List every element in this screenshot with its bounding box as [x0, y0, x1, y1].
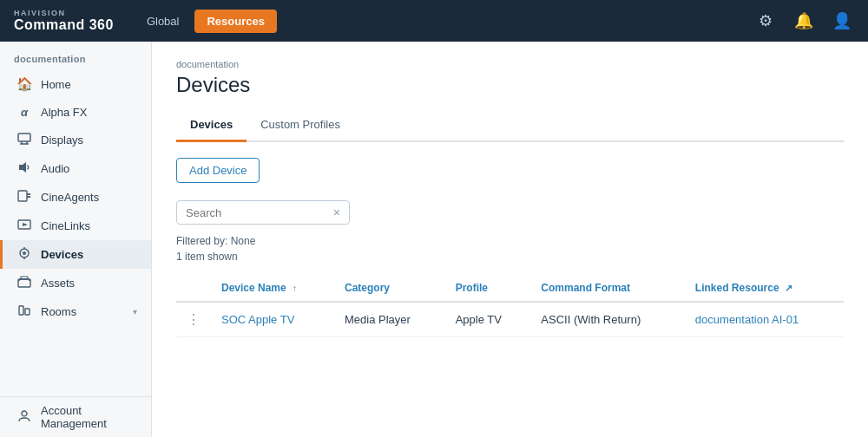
sidebar-item-alphafx[interactable]: α Alpha FX	[0, 99, 151, 126]
sidebar-item-assets[interactable]: Assets	[0, 269, 151, 297]
notifications-icon[interactable]: 🔔	[792, 9, 816, 33]
sidebar-item-label: Audio	[41, 162, 137, 175]
sidebar-item-label: Alpha FX	[41, 106, 137, 119]
sort-asc-icon: ↑	[293, 284, 297, 293]
linked-resource-label: documentation AI-01	[695, 313, 799, 326]
command-format-cell: ASCII (With Return)	[530, 302, 685, 337]
col-header-profile: Profile	[445, 275, 531, 302]
brand-logo: HAIVISION Command 360	[14, 9, 114, 33]
user-icon[interactable]: 👤	[830, 9, 854, 33]
audio-icon	[16, 161, 32, 176]
sidebar-item-label: Displays	[41, 134, 137, 147]
settings-icon[interactable]: ⚙	[753, 9, 778, 33]
add-device-label: Add Device	[189, 164, 247, 177]
col-header-command-format: Command Format	[530, 275, 685, 302]
top-navigation: HAIVISION Command 360 Global Resources ⚙…	[0, 0, 868, 42]
sidebar-item-label: Assets	[41, 277, 137, 290]
sidebar-item-displays[interactable]: Displays	[0, 126, 151, 154]
row-action-dots[interactable]: ⋮	[176, 302, 211, 337]
svg-marker-4	[19, 162, 26, 173]
sidebar-item-cineagents[interactable]: CineAgents	[0, 183, 151, 212]
sidebar: documentation 🏠 Home α Alpha FX Displays…	[0, 42, 152, 437]
items-count: 1 item shown	[176, 251, 844, 263]
sidebar-item-label: Account Management	[41, 404, 137, 430]
sidebar-item-home[interactable]: 🏠 Home	[0, 69, 151, 99]
search-input-wrap: ×	[176, 200, 350, 225]
svg-rect-7	[27, 196, 30, 198]
svg-rect-6	[27, 193, 30, 195]
breadcrumb: documentation	[176, 59, 844, 69]
sidebar-item-audio[interactable]: Audio	[0, 154, 151, 183]
sidebar-item-cinelinks[interactable]: CineLinks	[0, 212, 151, 240]
sidebar-item-label: CineAgents	[41, 191, 137, 204]
nav-resources[interactable]: Resources	[194, 10, 276, 33]
devices-table: Device Name ↑ Category Profile Command F…	[176, 275, 844, 337]
sidebar-item-account-management[interactable]: Account Management	[0, 397, 151, 437]
table-row: ⋮ SOC Apple TV Media Player Apple TV ASC…	[176, 302, 844, 337]
devices-icon	[16, 247, 32, 262]
linked-resource-cell: documentation AI-01	[685, 302, 844, 337]
assets-icon	[16, 276, 32, 290]
category-cell: Media Player	[334, 302, 445, 337]
rooms-chevron-icon: ▾	[133, 307, 137, 316]
home-icon: 🏠	[16, 76, 32, 92]
sidebar-item-label: Rooms	[41, 305, 124, 318]
svg-rect-15	[21, 277, 28, 279]
rooms-icon	[16, 304, 32, 319]
filter-info: Filtered by: None	[176, 235, 844, 247]
svg-point-11	[23, 251, 26, 255]
tabs-container: Devices Custom Profiles	[176, 111, 844, 142]
svg-rect-0	[18, 134, 30, 141]
profile-cell: Apple TV	[445, 302, 531, 337]
account-management-icon	[16, 409, 32, 426]
main-layout: documentation 🏠 Home α Alpha FX Displays…	[0, 42, 868, 437]
nav-links: Global Resources	[135, 10, 753, 33]
svg-rect-16	[19, 306, 23, 315]
sidebar-item-label: Devices	[41, 248, 137, 261]
search-container: ×	[176, 200, 844, 225]
sidebar-section-label: documentation	[0, 42, 151, 69]
sidebar-item-devices[interactable]: Devices	[0, 240, 151, 269]
search-input[interactable]	[186, 206, 333, 219]
col-header-device-name[interactable]: Device Name ↑	[211, 275, 334, 302]
col-header-device-name-label: Device Name	[221, 282, 286, 294]
page-title: Devices	[176, 73, 844, 97]
nav-icon-group: ⚙ 🔔 👤	[753, 9, 854, 33]
svg-rect-17	[25, 309, 30, 315]
sidebar-account-section: Account Management	[0, 396, 151, 437]
col-header-category: Category	[334, 275, 445, 302]
nav-global[interactable]: Global	[135, 10, 192, 33]
tab-custom-profiles[interactable]: Custom Profiles	[247, 111, 354, 142]
cinelinks-icon	[16, 218, 32, 233]
sidebar-item-label: Home	[41, 78, 137, 91]
svg-marker-9	[23, 223, 28, 226]
col-header-dots	[176, 275, 211, 302]
add-device-button[interactable]: Add Device	[176, 158, 260, 183]
tab-devices[interactable]: Devices	[176, 111, 247, 142]
main-content: documentation Devices Devices Custom Pro…	[152, 42, 868, 437]
col-header-linked-resource-label: Linked Resource	[695, 282, 779, 294]
table-header-row: Device Name ↑ Category Profile Command F…	[176, 275, 844, 302]
cineagents-icon	[16, 190, 32, 205]
svg-rect-5	[18, 191, 27, 201]
linked-resource-link[interactable]: documentation AI-01	[695, 313, 799, 326]
external-link-icon: ↗	[785, 283, 792, 293]
col-header-linked-resource: Linked Resource ↗	[685, 275, 844, 302]
brand-name-label: Command 360	[14, 17, 114, 33]
displays-icon	[16, 133, 32, 147]
svg-point-18	[22, 411, 27, 416]
sidebar-item-label: CineLinks	[41, 219, 137, 232]
alphafx-icon: α	[16, 106, 32, 119]
device-name-link[interactable]: SOC Apple TV	[221, 313, 294, 326]
sidebar-item-rooms[interactable]: Rooms ▾	[0, 297, 151, 326]
search-clear-button[interactable]: ×	[333, 205, 340, 219]
brand-haivision-label: HAIVISION	[14, 9, 114, 17]
device-name-cell: SOC Apple TV	[211, 302, 334, 337]
